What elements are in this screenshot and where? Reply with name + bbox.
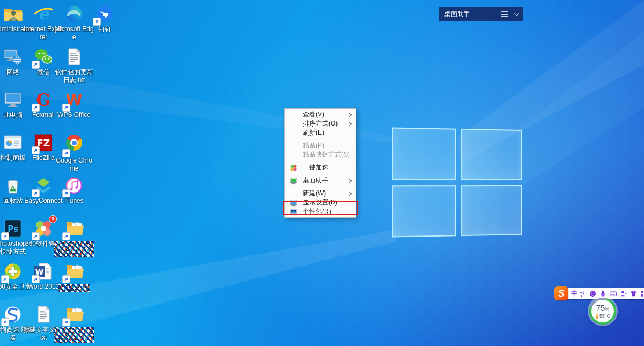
shortcut-arrow-icon <box>62 149 70 157</box>
chevron-down-icon[interactable] <box>514 11 519 16</box>
microphone-icon[interactable] <box>598 290 608 298</box>
shortcut-arrow-icon <box>32 146 40 154</box>
context-menu-item[interactable]: 显示设置(D) <box>285 198 356 207</box>
app-icon <box>2 89 24 111</box>
temperature-readout: 55°C <box>595 313 610 319</box>
context-menu-item[interactable]: 桌面助手 <box>285 176 356 185</box>
desktop-icon[interactable]: 钉钉 <box>84 3 125 33</box>
shortcut-arrow-icon <box>1 318 9 326</box>
desktop-assistant-bar[interactable]: 桌面助手 <box>439 7 523 21</box>
submenu-arrow-icon <box>347 112 352 116</box>
keyboard-icon[interactable] <box>608 290 618 298</box>
context-menu-item[interactable]: 一键加速 <box>285 163 356 172</box>
account-icon[interactable] <box>618 290 628 298</box>
submenu-arrow-icon <box>347 178 352 182</box>
thermometer-icon <box>595 313 599 319</box>
app-icon <box>2 3 24 25</box>
shortcut-arrow-icon <box>32 232 40 240</box>
icon-label: 钉钉 <box>84 25 125 33</box>
shortcut-arrow-icon <box>62 189 70 197</box>
app-icon <box>2 175 24 196</box>
icon-label: iTunes <box>54 197 94 205</box>
shortcut-arrow-icon <box>32 189 40 197</box>
context-menu-item-label: 粘贴(P) <box>299 141 324 150</box>
monitor-green-icon <box>288 177 299 185</box>
context-menu-item: 粘贴(P) <box>285 141 356 150</box>
context-menu-item: 粘贴快捷方式(S) <box>285 150 356 159</box>
app-icon <box>2 46 24 68</box>
toolbox-icon[interactable] <box>639 290 644 298</box>
ime-mode-chinese[interactable]: 中 <box>571 289 577 298</box>
emoji-icon[interactable] <box>588 290 598 298</box>
icon-label <box>54 241 94 257</box>
shortcut-arrow-icon <box>32 61 40 69</box>
hamburger-menu-icon[interactable] <box>501 11 508 17</box>
assistant-bar-title: 桌面助手 <box>444 10 470 19</box>
submenu-arrow-icon <box>347 121 352 126</box>
app-icon: e <box>33 3 54 25</box>
desktop-context-menu: 查看(V)排序方式(O)刷新(E)粘贴(P)粘贴快捷方式(S)一键加速桌面助手新… <box>284 108 356 218</box>
context-menu-item[interactable]: 新建(W) <box>285 189 356 198</box>
float-ball-face: 75% 55°C <box>591 300 614 322</box>
app-icon <box>63 46 85 68</box>
context-menu-item-label: 个性化(R) <box>299 207 331 216</box>
app-icon <box>2 132 24 153</box>
context-menu-item-label: 一键加速 <box>299 163 328 172</box>
desktop-icon[interactable]: iTunes <box>54 175 94 205</box>
shortcut-arrow-icon <box>62 318 70 326</box>
svg-text:e: e <box>38 4 49 23</box>
monitor-personalize-icon <box>288 208 299 216</box>
menu-separator <box>286 161 355 161</box>
desktop[interactable]: { "desktop": { "icons": [ {"label":"admi… <box>0 0 644 346</box>
app-icon <box>33 304 54 325</box>
icon-label <box>58 284 90 292</box>
icon-label: WPS Office <box>54 111 94 119</box>
context-menu-item[interactable]: 刷新(E) <box>285 128 356 137</box>
shortcut-arrow-icon <box>62 275 70 283</box>
desktop-icon[interactable]: W WPS Office <box>54 89 94 119</box>
icon-label: Google Chrome <box>54 157 94 173</box>
monitor-blue-icon <box>288 199 299 207</box>
desktop-icon[interactable] <box>54 218 94 257</box>
desktop-icon[interactable]: Google Chrome <box>54 132 94 173</box>
sogou-logo[interactable]: S <box>554 286 568 300</box>
svg-text:Ps: Ps <box>8 224 18 234</box>
app-icon <box>63 135 85 151</box>
speedup-icon <box>288 164 299 172</box>
desktop-icon[interactable] <box>54 304 94 343</box>
submenu-arrow-icon <box>347 191 352 195</box>
context-menu-item-label: 粘贴快捷方式(S) <box>299 150 350 159</box>
context-menu-item-label: 新建(W) <box>299 189 326 198</box>
desktop-icon[interactable] <box>54 261 94 292</box>
shortcut-arrow-icon <box>93 18 101 26</box>
context-menu-item[interactable]: 查看(V) <box>285 110 356 119</box>
shortcut-arrow-icon <box>1 275 9 283</box>
app-icon <box>63 3 85 25</box>
menu-separator <box>286 139 355 139</box>
shortcut-arrow-icon <box>32 104 40 112</box>
icon-label: 软件包的更新日志.txt <box>54 68 94 84</box>
shortcut-arrow-icon <box>62 104 70 112</box>
context-menu-item[interactable]: 个性化(R) <box>285 207 356 216</box>
speedup-float-ball[interactable]: 75% 55°C <box>589 298 616 325</box>
memory-percent: 75% <box>596 304 610 313</box>
icon-label <box>54 327 94 343</box>
context-menu-item-label: 刷新(E) <box>299 128 324 137</box>
context-menu-item-label: 桌面助手 <box>299 176 328 185</box>
desktop-icon[interactable]: 软件包的更新日志.txt <box>54 46 94 84</box>
skin-icon[interactable] <box>628 290 639 298</box>
shortcut-arrow-icon <box>62 232 70 240</box>
context-menu-item-label: 查看(V) <box>299 110 324 119</box>
menu-separator <box>286 174 355 174</box>
context-menu-item[interactable]: 排序方式(O) <box>285 119 356 128</box>
shortcut-arrow-icon <box>1 232 9 240</box>
context-menu-item-label: 显示设置(D) <box>299 198 338 207</box>
shortcut-arrow-icon <box>32 275 40 283</box>
menu-separator <box>286 187 355 187</box>
context-menu-item-label: 排序方式(O) <box>299 119 338 128</box>
punctuation-icon[interactable] <box>577 290 588 298</box>
